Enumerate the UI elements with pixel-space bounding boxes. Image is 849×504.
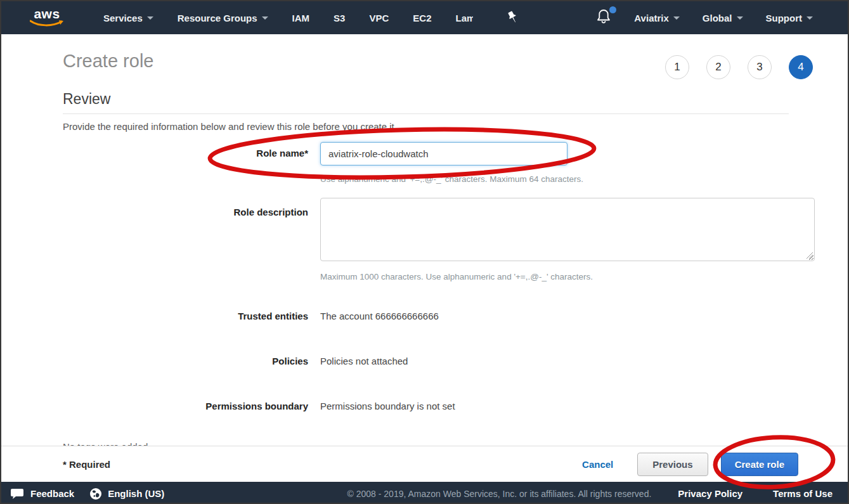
nav-shortcut-iam[interactable]: IAM [292,13,310,23]
permissions-boundary-label: Permissions boundary [63,401,308,411]
feedback-link: Feedback [30,488,74,499]
cancel-link[interactable]: Cancel [582,459,613,470]
chevron-down-icon [737,16,743,20]
nav-resource-groups-menu[interactable]: Resource Groups [178,13,268,23]
page-title: Create role [63,51,153,72]
nav-shortcuts: Services Resource Groups IAM S3 VPC EC2 … [103,11,519,25]
section-title: Review [63,91,110,108]
region-menu[interactable]: Global [703,13,743,23]
wizard-step-1[interactable]: 1 [665,55,689,79]
role-description-helper: Maximum 1000 characters. Use alphanumeri… [320,272,593,281]
role-name-helper: Use alphanumeric and '+=,.@-_' character… [320,174,583,184]
role-description-textarea[interactable] [320,198,815,261]
trusted-entities-label: Trusted entities [63,311,308,321]
top-navbar: aws Services Resource Groups IAM S3 VPC … [1,1,848,34]
section-description: Provide the required information below a… [63,121,397,132]
permissions-boundary-value: Permissions boundary is not set [320,401,455,411]
role-name-label: Role name* [63,148,308,158]
wizard-step-4-active[interactable]: 4 [789,55,813,79]
feedback-bubble-icon [10,487,24,501]
policies-value: Policies not attached [320,356,408,366]
notification-dot [609,6,616,13]
nav-right-group: Aviatrix Global Support [596,8,813,27]
aws-logo[interactable]: aws [30,8,64,27]
console-footer-bar: Feedback English (US) © 2008 - 2019, Ama… [1,482,848,504]
chevron-down-icon [147,16,153,20]
previous-button[interactable]: Previous [637,453,708,476]
feedback-group[interactable]: Feedback [10,487,74,501]
nav-shortcut-lambda-truncated[interactable]: Lambda [456,13,473,23]
trusted-entities-value: The account 666666666666 [320,311,439,321]
copyright-text: © 2008 - 2019, Amazon Web Services, Inc.… [347,489,652,499]
language-selector[interactable]: English (US) [89,488,164,500]
create-role-button[interactable]: Create role [721,453,798,476]
role-description-label: Role description [63,207,308,217]
wizard-action-bar: * Required Cancel Previous Create role [1,446,848,482]
section-divider [63,113,789,114]
account-menu-label: Aviatrix [634,13,668,23]
required-note: * Required [63,459,110,470]
nav-shortcut-s3[interactable]: S3 [334,13,345,23]
wizard-step-3[interactable]: 3 [748,55,772,79]
pushpin-icon[interactable] [506,11,519,25]
wizard-step-2[interactable]: 2 [706,55,730,79]
legal-links: Privacy Policy Terms of Use [678,488,833,499]
globe-icon [89,488,102,500]
chevron-down-icon [673,16,680,20]
account-menu[interactable]: Aviatrix [634,13,679,23]
nav-shortcut-ec2[interactable]: EC2 [413,13,431,23]
privacy-policy-link[interactable]: Privacy Policy [678,488,742,499]
policies-label: Policies [63,356,308,366]
nav-services-label: Services [103,13,143,23]
support-menu-label: Support [766,13,803,23]
nav-resource-groups-label: Resource Groups [178,13,257,23]
chevron-down-icon [807,16,813,20]
aws-logo-text: aws [34,8,60,20]
aws-console-window: aws Services Resource Groups IAM S3 VPC … [0,0,849,504]
terms-of-use-link[interactable]: Terms of Use [773,488,833,499]
wizard-step-indicator: 1 2 3 4 [665,55,813,79]
notifications-bell[interactable] [596,8,611,27]
nav-shortcut-vpc[interactable]: VPC [369,13,389,23]
nav-lambda-label: Lambda [456,13,473,23]
region-menu-label: Global [703,13,732,23]
action-buttons: Cancel Previous Create role [582,453,798,476]
role-name-input[interactable] [320,142,567,165]
nav-services-menu[interactable]: Services [103,13,153,23]
aws-smile-icon [30,20,64,27]
language-label: English (US) [108,488,164,499]
chevron-down-icon [262,16,268,20]
support-menu[interactable]: Support [766,13,813,23]
